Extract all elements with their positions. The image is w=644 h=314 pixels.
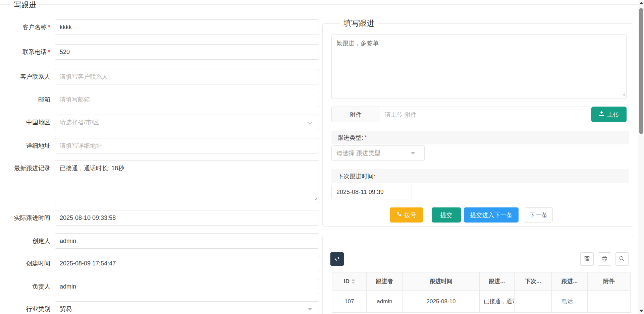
caret-down-icon [411, 152, 415, 154]
phone-icon [396, 211, 402, 218]
sort-icon[interactable] [352, 279, 355, 284]
search-icon [619, 255, 625, 263]
actual-time-input[interactable]: 2025-08-10 09:33:58 [55, 210, 319, 226]
table-header-id[interactable]: ID [332, 272, 367, 290]
table-header-follow-time: 跟进时间 [403, 272, 480, 290]
follow-type-bar: 跟进类型:* [331, 131, 629, 144]
follow-type-select[interactable]: 请选择 跟进类型 [331, 145, 425, 161]
cell-follow-content: 已接通，通话时长: 18秒 [480, 291, 515, 312]
owner-label: 负责人 [0, 279, 50, 294]
owner-input[interactable]: admin [55, 279, 319, 294]
industry-label: 行业类别 [0, 301, 50, 314]
contact-phone-input[interactable]: 520 [55, 44, 319, 60]
scroll-down-icon[interactable] [639, 310, 643, 312]
table-header-attachment: 附件 [588, 272, 631, 290]
required-asterisk: * [48, 49, 50, 56]
submit-button[interactable]: 提交 [432, 207, 461, 223]
columns-toggle-button[interactable] [580, 252, 594, 266]
creator-label: 创建人 [0, 233, 50, 249]
upload-button[interactable]: 上传 [591, 107, 627, 122]
china-region-label: 中国地区 [0, 115, 50, 130]
cell-follow-type: 电话... [552, 291, 588, 312]
customer-contact-label: 客户联系人 [0, 69, 50, 84]
actual-time-label: 实际跟进时间 [0, 210, 50, 226]
print-button[interactable] [598, 252, 611, 266]
dial-button[interactable]: 拨号 [390, 207, 423, 223]
page-fieldset-border [0, 4, 638, 5]
next-time-input[interactable]: 2025-08-11 09:39 [331, 185, 412, 199]
creator-input[interactable]: admin [55, 233, 319, 249]
table-header-row: ID 跟进者 跟进时间 跟进... 下次... 跟进... 附件 [332, 272, 631, 291]
next-time-bar: 下次跟进时间: [331, 169, 629, 183]
latest-record-textarea[interactable]: 已接通，通话时长: 18秒 [55, 160, 319, 203]
scrollbar-thumb[interactable] [639, 8, 643, 134]
page-title: 写跟进 [11, 0, 39, 10]
resize-handle-icon[interactable] [622, 90, 625, 98]
followup-content-textarea[interactable]: 勤跟进，多签单 [331, 35, 627, 99]
form-row-actual-time: 实际跟进时间 2025-08-10 09:33:58 [0, 210, 319, 226]
attachment-label: 附件 [331, 107, 380, 122]
table-header-follow-type: 跟进... [552, 272, 588, 290]
form-row-creator: 创建人 admin [0, 233, 319, 249]
required-asterisk: * [365, 134, 367, 141]
followup-table: ID 跟进者 跟进时间 跟进... 下次... 跟进... 附件 107 adm… [332, 272, 631, 313]
customer-name-label: 客户名称* [0, 19, 50, 35]
followup-panel-title: 填写跟进 [340, 18, 378, 28]
table-header-next-time: 下次... [515, 272, 552, 290]
form-row-detail-address: 详细地址 请填写详细地址 [0, 138, 319, 153]
cell-follow-time: 2025-08-10 [403, 291, 480, 312]
cell-attachment [588, 291, 631, 312]
upload-icon [599, 111, 604, 118]
table-header-follower: 跟进者 [367, 272, 403, 290]
customer-contact-input[interactable]: 请填写客户联系人 [55, 69, 319, 84]
form-row-customer-name: 客户名称* kkkk [0, 19, 319, 35]
form-row-email: 邮箱 请填写邮箱 [0, 92, 319, 107]
create-time-input[interactable]: 2025-08-09 17:54:47 [55, 256, 319, 271]
form-row-owner: 负责人 admin [0, 279, 319, 294]
contact-phone-label: 联系电话* [0, 44, 50, 60]
required-asterisk: * [48, 24, 50, 31]
form-row-industry: 行业类别 贸易 [0, 301, 319, 314]
chevron-down-icon [307, 120, 313, 127]
customer-name-input[interactable]: kkkk [55, 19, 319, 35]
scroll-up-icon[interactable] [639, 2, 643, 4]
next-button[interactable]: 下一条 [524, 207, 553, 223]
china-region-select[interactable]: 请选择省/市/区 [55, 115, 319, 130]
table-row: 107 admin 2025-08-10 已接通，通话时长: 18秒 电话... [332, 291, 631, 313]
email-label: 邮箱 [0, 92, 50, 107]
detail-address-label: 详细地址 [0, 138, 50, 153]
refresh-button[interactable] [330, 252, 344, 266]
submit-next-button[interactable]: 提交进入下一条 [464, 207, 519, 223]
resize-handle-icon[interactable] [314, 195, 318, 202]
email-input[interactable]: 请填写邮箱 [55, 92, 319, 107]
form-row-contact-phone: 联系电话* 520 [0, 44, 319, 60]
latest-record-label: 最新跟进记录 [0, 160, 50, 172]
form-row-customer-contact: 客户联系人 请填写客户联系人 [0, 69, 319, 84]
create-time-label: 创建时间 [0, 256, 50, 271]
cell-id: 107 [332, 291, 367, 312]
form-row-latest-record: 最新跟进记录 已接通，通话时长: 18秒 [0, 160, 319, 203]
industry-select[interactable]: 贸易 [55, 301, 319, 314]
print-icon [601, 255, 608, 263]
form-row-china-region: 中国地区 请选择省/市/区 [0, 115, 319, 130]
columns-icon [584, 255, 590, 263]
refresh-icon [334, 256, 340, 263]
cell-follower: admin [367, 291, 403, 312]
detail-address-input[interactable]: 请填写详细地址 [55, 138, 319, 153]
cell-next-time [515, 291, 552, 312]
caret-down-icon [308, 308, 312, 311]
attachment-input[interactable]: 请上传 附件 [380, 107, 589, 122]
form-row-create-time: 创建时间 2025-08-09 17:54:47 [0, 256, 319, 271]
search-button[interactable] [615, 252, 629, 266]
table-header-follow-content: 跟进... [480, 272, 515, 290]
